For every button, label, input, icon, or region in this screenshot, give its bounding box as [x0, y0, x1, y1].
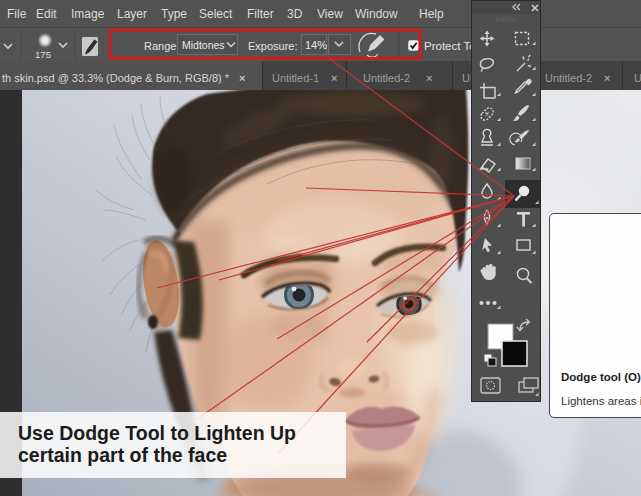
svg-text:14%: 14% [305, 39, 327, 51]
svg-text:Exposure:: Exposure: [248, 40, 298, 52]
svg-text:Midtones: Midtones [182, 39, 225, 51]
svg-text:Range:: Range: [144, 40, 179, 52]
svg-text:175: 175 [35, 49, 51, 60]
